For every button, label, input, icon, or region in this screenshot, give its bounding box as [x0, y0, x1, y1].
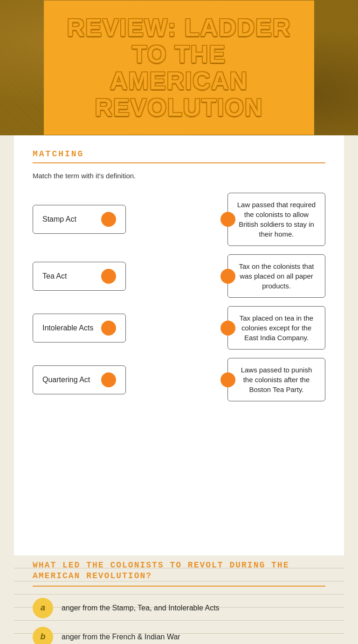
question-label: What led the colonists to revolt during …	[33, 560, 325, 582]
matching-section-label: Matching	[33, 149, 325, 159]
def-dot-3[interactable]	[220, 321, 235, 336]
mc-text-b: anger from the French & Indian War	[62, 633, 180, 641]
main-content: Matching Match the term with it's defini…	[14, 135, 344, 555]
match-row-2: Tea Act Tax on the colonists that was pl…	[33, 254, 325, 298]
mc-option-a[interactable]: a anger from the Stamp, Tea, and Intoler…	[33, 598, 325, 618]
term-box-quartering-act[interactable]: Quartering Act	[33, 365, 126, 394]
def-dot-1[interactable]	[220, 212, 235, 227]
matching-area: Stamp Act Law passed that required the c…	[33, 193, 325, 410]
def-text-4: Laws passed to punish the colonists afte…	[241, 366, 312, 393]
mc-text-a: anger from the Stamp, Tea, and Intolerab…	[62, 604, 220, 612]
term-intolerable-acts-label: Intolerable Acts	[42, 324, 93, 332]
term-stamp-act-label: Stamp Act	[42, 215, 76, 224]
term-quartering-act-label: Quartering Act	[42, 376, 90, 384]
header-title-box: Review: Ladder to the American Revolutio…	[44, 0, 314, 135]
page-title: Review: Ladder to the American Revolutio…	[62, 14, 296, 121]
def-text-3: Tax placed on tea in the colonies except…	[240, 314, 313, 342]
header-background: Review: Ladder to the American Revolutio…	[0, 0, 358, 135]
mc-options: a anger from the Stamp, Tea, and Intoler…	[33, 598, 325, 644]
term-box-stamp-act[interactable]: Stamp Act	[33, 205, 126, 234]
term-dot-3[interactable]	[101, 321, 116, 336]
def-box-1[interactable]: Law passed that required the colonists t…	[227, 193, 325, 246]
term-box-intolerable-acts[interactable]: Intolerable Acts	[33, 314, 126, 343]
mc-letter-b: b	[33, 627, 53, 644]
def-dot-2[interactable]	[220, 269, 235, 284]
def-dot-4[interactable]	[220, 372, 235, 387]
question-divider	[33, 586, 325, 587]
match-row-1: Stamp Act Law passed that required the c…	[33, 193, 325, 246]
def-box-4[interactable]: Laws passed to punish the colonists afte…	[227, 358, 325, 401]
second-section: What led the colonists to revolt during …	[14, 555, 344, 644]
term-tea-act-label: Tea Act	[42, 272, 67, 280]
term-box-tea-act[interactable]: Tea Act	[33, 262, 126, 291]
matching-instruction: Match the term with it's definition.	[33, 172, 325, 180]
match-row-3: Intolerable Acts Tax placed on tea in th…	[33, 306, 325, 350]
term-dot-1[interactable]	[101, 212, 116, 227]
def-box-2[interactable]: Tax on the colonists that was placed on …	[227, 254, 325, 298]
term-dot-2[interactable]	[101, 269, 116, 284]
mc-option-b[interactable]: b anger from the French & Indian War	[33, 627, 325, 644]
match-row-4: Quartering Act Laws passed to punish the…	[33, 358, 325, 401]
mc-letter-a: a	[33, 598, 53, 618]
def-text-1: Law passed that required the colonists t…	[237, 201, 316, 238]
def-text-2: Tax on the colonists that was placed on …	[239, 262, 314, 290]
term-dot-4[interactable]	[101, 372, 116, 387]
def-box-3[interactable]: Tax placed on tea in the colonies except…	[227, 306, 325, 350]
matching-divider	[33, 162, 325, 163]
